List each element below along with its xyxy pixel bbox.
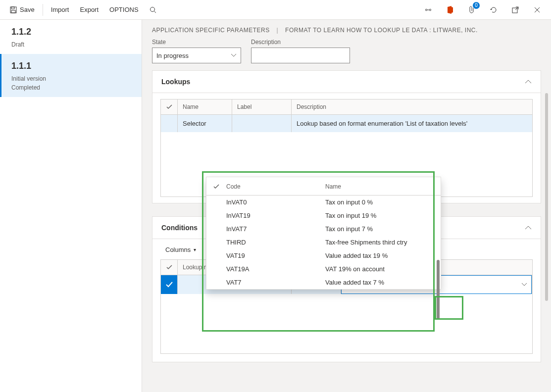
dropdown-code-header[interactable]: Code — [226, 183, 325, 190]
dropdown-name-header[interactable]: Name — [325, 183, 432, 190]
state-value: In progress — [156, 52, 189, 59]
row-check[interactable] — [161, 115, 178, 132]
grid-empty-space — [161, 294, 532, 353]
state-field: State In progress — [152, 39, 241, 63]
refresh-button[interactable] — [485, 1, 502, 19]
toolbar-left: Save Import Export OPTIONS — [5, 3, 161, 16]
chevron-up-icon — [525, 80, 532, 84]
close-icon — [534, 6, 541, 13]
dropdown-item[interactable]: VAT19 Value added tax 19 % — [206, 249, 441, 262]
dropdown-item-name: Tax-free Shipments third ctry — [325, 239, 432, 246]
svg-point-3 — [150, 7, 154, 11]
version-status: Draft — [11, 40, 132, 49]
save-button[interactable]: Save — [5, 3, 40, 16]
description-header[interactable]: Description — [292, 99, 532, 114]
breadcrumb: APPLICATION SPECIFIC PARAMETERS | FORMAT… — [142, 20, 551, 39]
dropdown-item[interactable]: VAT19A VAT 19% on account — [206, 262, 441, 276]
separator — [43, 4, 43, 16]
breadcrumb-part-2: FORMAT TO LEARN HOW TO LOOKUP LE DATA : … — [285, 27, 478, 34]
check-header[interactable] — [161, 99, 178, 114]
row-description: Lookup based on format enumeration 'List… — [292, 115, 532, 132]
dropdown-item[interactable]: InVAT0 Tax on input 0 % — [206, 196, 441, 209]
version-number: 1.1.2 — [11, 27, 132, 37]
svg-rect-2 — [11, 10, 15, 13]
office-icon — [447, 6, 453, 14]
search-icon — [150, 6, 156, 13]
dropdown-header: Code Name — [206, 177, 441, 196]
description-input[interactable] — [251, 48, 350, 63]
dropdown-scrollbar[interactable] — [437, 260, 440, 319]
office-button[interactable] — [441, 1, 459, 19]
dropdown-item-code: THIRD — [226, 239, 325, 246]
dropdown-item-code: InVAT19 — [226, 212, 325, 219]
dropdown-item-code: VAT7 — [226, 279, 325, 286]
dropdown-body: InVAT0 Tax on input 0 % InVAT19 Tax on i… — [206, 196, 441, 289]
refresh-icon — [490, 6, 498, 14]
import-button[interactable]: Import — [46, 3, 74, 16]
dropdown-item-name: Value added tax 19 % — [325, 252, 432, 259]
description-label: Description — [251, 39, 350, 46]
row-check[interactable] — [161, 275, 178, 294]
connector-icon — [424, 7, 432, 12]
check-header[interactable] — [161, 260, 178, 275]
dropdown-item-code: VAT19A — [226, 265, 325, 273]
lookups-title: Lookups — [161, 78, 190, 86]
dropdown-item-name: Value added tax 7 % — [325, 279, 432, 286]
export-button[interactable]: Export — [75, 3, 103, 16]
breadcrumb-separator: | — [277, 27, 279, 34]
close-button[interactable] — [528, 1, 546, 19]
row-name: Selector — [178, 115, 232, 132]
breadcrumb-part-1: APPLICATION SPECIFIC PARAMETERS — [152, 27, 270, 34]
chevron-up-icon — [525, 226, 532, 230]
dropdown-item-name: Tax on input 7 % — [325, 225, 432, 233]
version-item-111[interactable]: 1.1.1 Initial version Completed — [0, 54, 142, 97]
attachments-button[interactable]: 0 — [463, 1, 481, 19]
name-header[interactable]: Name — [178, 99, 232, 114]
dropdown-item[interactable]: InVAT19 Tax on input 19 % — [206, 209, 441, 222]
conditions-title: Conditions — [161, 224, 198, 232]
save-icon — [10, 6, 17, 13]
lookups-grid-header: Name Label Description — [161, 99, 532, 115]
dropdown-check-header[interactable] — [213, 183, 226, 190]
save-label: Save — [20, 6, 35, 13]
options-button[interactable]: OPTIONS — [104, 3, 144, 16]
dropdown-item[interactable]: VAT7 Value added tax 7 % — [206, 276, 441, 289]
dropdown-item[interactable]: InVAT7 Tax on input 7 % — [206, 222, 441, 236]
export-label: Export — [80, 6, 99, 13]
lookup-row[interactable]: Selector Lookup based on format enumerat… — [161, 115, 532, 132]
chevron-down-icon — [231, 53, 237, 57]
version-item-112[interactable]: 1.1.2 Draft — [0, 20, 142, 54]
chevron-down-icon — [521, 283, 527, 287]
import-label: Import — [51, 6, 69, 13]
toolbar: Save Import Export OPTIONS — [0, 0, 551, 20]
tax-code-dropdown-popup: Code Name InVAT0 Tax on input 0 % InVAT1… — [206, 177, 441, 290]
fields-row: State In progress Description — [142, 39, 551, 70]
version-number: 1.1.1 — [11, 61, 132, 71]
options-label: OPTIONS — [109, 6, 139, 13]
attachments-badge: 0 — [473, 2, 480, 9]
search-button[interactable] — [145, 3, 161, 16]
dropdown-item-name: Tax on input 19 % — [325, 212, 432, 219]
dropdown-item-code: InVAT0 — [226, 198, 325, 206]
dropdown-item[interactable]: THIRD Tax-free Shipments third ctry — [206, 236, 441, 249]
svg-line-4 — [154, 11, 156, 13]
dropdown-item-code: InVAT7 — [226, 225, 325, 233]
toolbar-right: 0 — [419, 1, 546, 19]
state-label: State — [152, 39, 241, 46]
scrollbar[interactable] — [545, 93, 548, 301]
chevron-down-icon: ▾ — [194, 247, 196, 252]
connector-button[interactable] — [419, 1, 437, 19]
lookups-header[interactable]: Lookups — [152, 71, 541, 93]
svg-rect-1 — [11, 7, 14, 9]
dropdown-item-name: Tax on input 0 % — [325, 198, 432, 206]
state-select[interactable]: In progress — [152, 48, 241, 63]
row-label — [232, 115, 292, 132]
dropdown-item-code: VAT19 — [226, 252, 325, 259]
columns-label: Columns — [165, 246, 191, 253]
version-status: Completed — [11, 83, 132, 92]
version-description: Initial version — [11, 74, 132, 83]
popout-button[interactable] — [506, 1, 524, 19]
description-field: Description — [251, 39, 350, 63]
label-header[interactable]: Label — [232, 99, 292, 114]
columns-button[interactable]: Columns ▾ — [161, 244, 200, 255]
